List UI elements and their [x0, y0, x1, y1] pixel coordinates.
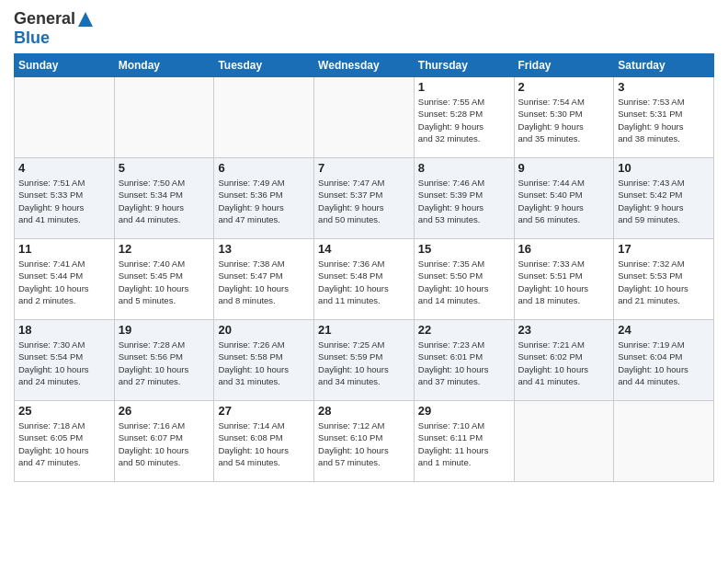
logo-general: General [14, 9, 75, 29]
day-info: Sunrise: 7:40 AM Sunset: 5:45 PM Dayligh… [119, 258, 210, 306]
day-info: Sunrise: 7:47 AM Sunset: 5:37 PM Dayligh… [318, 177, 410, 225]
day-number: 10 [618, 161, 710, 175]
calendar-cell: 8Sunrise: 7:46 AM Sunset: 5:39 PM Daylig… [414, 158, 514, 239]
day-number: 23 [518, 323, 610, 337]
calendar-cell: 21Sunrise: 7:25 AM Sunset: 5:59 PM Dayli… [314, 320, 415, 401]
day-number: 20 [218, 323, 310, 337]
day-info: Sunrise: 7:49 AM Sunset: 5:36 PM Dayligh… [218, 177, 310, 225]
calendar-cell: 13Sunrise: 7:38 AM Sunset: 5:47 PM Dayli… [214, 239, 314, 320]
day-info: Sunrise: 7:33 AM Sunset: 5:51 PM Dayligh… [518, 258, 610, 306]
page: General Blue SundayMondayTuesdayWednesda… [0, 0, 728, 563]
day-number: 22 [418, 323, 510, 337]
day-number: 2 [518, 80, 610, 94]
day-info: Sunrise: 7:35 AM Sunset: 5:50 PM Dayligh… [418, 258, 510, 306]
logo: General Blue [14, 9, 95, 48]
calendar-week-row: 1Sunrise: 7:55 AM Sunset: 5:28 PM Daylig… [15, 77, 714, 158]
calendar-cell: 7Sunrise: 7:47 AM Sunset: 5:37 PM Daylig… [314, 158, 415, 239]
day-number: 11 [18, 242, 110, 256]
calendar-cell [214, 77, 314, 158]
calendar-cell: 29Sunrise: 7:10 AM Sunset: 6:11 PM Dayli… [414, 401, 514, 482]
day-number: 17 [618, 242, 710, 256]
calendar-cell: 16Sunrise: 7:33 AM Sunset: 5:51 PM Dayli… [514, 239, 614, 320]
day-number: 26 [119, 404, 210, 418]
day-number: 24 [618, 323, 710, 337]
calendar-table: SundayMondayTuesdayWednesdayThursdayFrid… [14, 53, 714, 482]
day-info: Sunrise: 7:12 AM Sunset: 6:10 PM Dayligh… [318, 419, 410, 468]
day-number: 21 [318, 323, 410, 337]
day-number: 28 [318, 404, 410, 418]
day-number: 13 [218, 242, 310, 256]
day-info: Sunrise: 7:10 AM Sunset: 6:11 PM Dayligh… [418, 419, 510, 468]
day-info: Sunrise: 7:36 AM Sunset: 5:48 PM Dayligh… [318, 258, 410, 306]
day-number: 6 [218, 161, 310, 175]
calendar-cell: 10Sunrise: 7:43 AM Sunset: 5:42 PM Dayli… [614, 158, 714, 239]
day-number: 5 [119, 161, 210, 175]
calendar-cell: 19Sunrise: 7:28 AM Sunset: 5:56 PM Dayli… [114, 320, 214, 401]
calendar-header-thursday: Thursday [414, 54, 514, 77]
day-number: 4 [18, 161, 110, 175]
day-number: 18 [18, 323, 110, 337]
day-info: Sunrise: 7:18 AM Sunset: 6:05 PM Dayligh… [18, 419, 110, 468]
day-number: 16 [518, 242, 610, 256]
calendar-cell: 22Sunrise: 7:23 AM Sunset: 6:01 PM Dayli… [414, 320, 514, 401]
calendar-cell: 25Sunrise: 7:18 AM Sunset: 6:05 PM Dayli… [15, 401, 115, 482]
day-info: Sunrise: 7:55 AM Sunset: 5:28 PM Dayligh… [418, 96, 510, 144]
calendar-header-wednesday: Wednesday [314, 54, 415, 77]
calendar-body: 1Sunrise: 7:55 AM Sunset: 5:28 PM Daylig… [15, 77, 714, 482]
day-info: Sunrise: 7:21 AM Sunset: 6:02 PM Dayligh… [518, 339, 610, 387]
logo-icon [76, 10, 95, 29]
day-number: 8 [418, 161, 510, 175]
calendar-cell: 26Sunrise: 7:16 AM Sunset: 6:07 PM Dayli… [114, 401, 214, 482]
day-info: Sunrise: 7:28 AM Sunset: 5:56 PM Dayligh… [119, 339, 210, 387]
calendar-cell: 4Sunrise: 7:51 AM Sunset: 5:33 PM Daylig… [15, 158, 115, 239]
day-info: Sunrise: 7:43 AM Sunset: 5:42 PM Dayligh… [618, 177, 710, 225]
calendar-cell: 12Sunrise: 7:40 AM Sunset: 5:45 PM Dayli… [114, 239, 214, 320]
calendar-header-sunday: Sunday [15, 54, 115, 77]
day-info: Sunrise: 7:54 AM Sunset: 5:30 PM Dayligh… [518, 96, 610, 144]
calendar-header-tuesday: Tuesday [214, 54, 314, 77]
calendar-cell [614, 401, 714, 482]
day-number: 27 [218, 404, 310, 418]
calendar-cell: 24Sunrise: 7:19 AM Sunset: 6:04 PM Dayli… [614, 320, 714, 401]
day-info: Sunrise: 7:26 AM Sunset: 5:58 PM Dayligh… [218, 339, 310, 387]
calendar-cell: 9Sunrise: 7:44 AM Sunset: 5:40 PM Daylig… [514, 158, 614, 239]
day-info: Sunrise: 7:14 AM Sunset: 6:08 PM Dayligh… [218, 419, 310, 468]
day-info: Sunrise: 7:51 AM Sunset: 5:33 PM Dayligh… [18, 177, 110, 225]
day-info: Sunrise: 7:46 AM Sunset: 5:39 PM Dayligh… [418, 177, 510, 225]
calendar-cell: 27Sunrise: 7:14 AM Sunset: 6:08 PM Dayli… [214, 401, 314, 482]
calendar-cell: 18Sunrise: 7:30 AM Sunset: 5:54 PM Dayli… [15, 320, 115, 401]
day-number: 29 [418, 404, 510, 418]
calendar-cell: 11Sunrise: 7:41 AM Sunset: 5:44 PM Dayli… [15, 239, 115, 320]
calendar-cell [15, 77, 115, 158]
svg-marker-0 [78, 12, 93, 27]
calendar-cell: 2Sunrise: 7:54 AM Sunset: 5:30 PM Daylig… [514, 77, 614, 158]
header: General Blue [14, 9, 714, 48]
calendar-cell: 14Sunrise: 7:36 AM Sunset: 5:48 PM Dayli… [314, 239, 415, 320]
day-info: Sunrise: 7:38 AM Sunset: 5:47 PM Dayligh… [218, 258, 310, 306]
calendar-cell: 23Sunrise: 7:21 AM Sunset: 6:02 PM Dayli… [514, 320, 614, 401]
calendar-week-row: 11Sunrise: 7:41 AM Sunset: 5:44 PM Dayli… [15, 239, 714, 320]
calendar-cell [514, 401, 614, 482]
calendar-week-row: 4Sunrise: 7:51 AM Sunset: 5:33 PM Daylig… [15, 158, 714, 239]
day-info: Sunrise: 7:32 AM Sunset: 5:53 PM Dayligh… [618, 258, 710, 306]
day-info: Sunrise: 7:50 AM Sunset: 5:34 PM Dayligh… [119, 177, 210, 225]
calendar-header-saturday: Saturday [614, 54, 714, 77]
calendar-header-row: SundayMondayTuesdayWednesdayThursdayFrid… [15, 54, 714, 77]
day-info: Sunrise: 7:44 AM Sunset: 5:40 PM Dayligh… [518, 177, 610, 225]
calendar-cell: 5Sunrise: 7:50 AM Sunset: 5:34 PM Daylig… [114, 158, 214, 239]
day-number: 7 [318, 161, 410, 175]
day-info: Sunrise: 7:41 AM Sunset: 5:44 PM Dayligh… [18, 258, 110, 306]
day-number: 1 [418, 80, 510, 94]
day-info: Sunrise: 7:19 AM Sunset: 6:04 PM Dayligh… [618, 339, 710, 387]
day-number: 25 [18, 404, 110, 418]
day-info: Sunrise: 7:16 AM Sunset: 6:07 PM Dayligh… [119, 419, 210, 468]
calendar-cell: 1Sunrise: 7:55 AM Sunset: 5:28 PM Daylig… [414, 77, 514, 158]
day-number: 3 [618, 80, 710, 94]
calendar-cell: 17Sunrise: 7:32 AM Sunset: 5:53 PM Dayli… [614, 239, 714, 320]
day-number: 14 [318, 242, 410, 256]
calendar-header-friday: Friday [514, 54, 614, 77]
day-info: Sunrise: 7:30 AM Sunset: 5:54 PM Dayligh… [18, 339, 110, 387]
calendar-cell: 6Sunrise: 7:49 AM Sunset: 5:36 PM Daylig… [214, 158, 314, 239]
calendar-week-row: 18Sunrise: 7:30 AM Sunset: 5:54 PM Dayli… [15, 320, 714, 401]
day-info: Sunrise: 7:25 AM Sunset: 5:59 PM Dayligh… [318, 339, 410, 387]
